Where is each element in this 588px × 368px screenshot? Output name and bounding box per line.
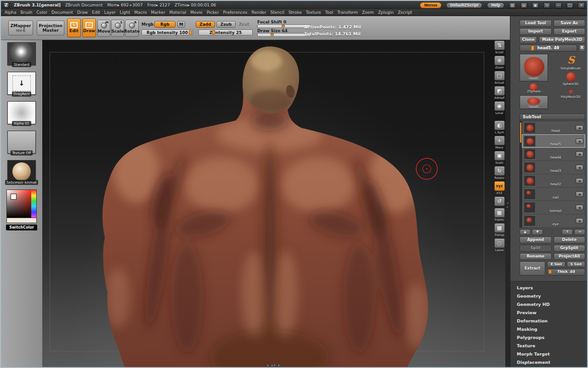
help-button[interactable]: Help xyxy=(487,2,504,8)
menu-item-stencil[interactable]: Stencil xyxy=(271,10,284,15)
scale-nav-button[interactable]: ▣ Scale xyxy=(494,151,505,165)
rgb-intensity-nub[interactable] xyxy=(189,30,192,34)
clone-button[interactable]: Clone xyxy=(520,36,537,43)
menu-item-draw[interactable]: Draw xyxy=(77,10,88,15)
projection-master-button[interactable]: Projection Master xyxy=(37,21,64,35)
default-zscript-button[interactable]: DefaultZScript xyxy=(446,2,483,8)
export-button[interactable]: Export xyxy=(554,28,586,35)
scroll-button[interactable]: ⇅ Scroll xyxy=(494,40,505,54)
secondary-color-bar[interactable] xyxy=(6,218,37,223)
switch-color-button[interactable]: SwitchColor xyxy=(6,224,37,230)
visibility-eye-icon[interactable] xyxy=(576,205,583,210)
z-intensity-slider[interactable]: Z Intensity 25 xyxy=(198,29,253,35)
section-masking[interactable]: Masking xyxy=(517,327,588,335)
menu-item-zoom[interactable]: Zoom xyxy=(362,10,374,15)
rename-button[interactable]: Rename xyxy=(520,253,552,260)
visibility-eye-icon[interactable] xyxy=(576,151,583,157)
grpsplit-button[interactable]: GrpSplit xyxy=(554,245,586,252)
menu-item-marker[interactable]: Marker xyxy=(151,10,165,15)
draw-size-slider[interactable] xyxy=(257,33,311,37)
menu-item-preferences[interactable]: Preferences xyxy=(223,10,248,15)
subtool-down-button[interactable]: ▼ xyxy=(532,229,543,235)
load-tool-button[interactable]: Load Tool xyxy=(520,20,552,27)
visibility-eye-icon[interactable] xyxy=(576,218,583,224)
zoom-button[interactable]: ⊕ Zoom xyxy=(494,56,505,69)
draw-size-nub[interactable] xyxy=(271,34,274,36)
panels-icon[interactable]: ▤ xyxy=(520,2,527,8)
tool-slider-nub[interactable] xyxy=(531,46,534,51)
focal-shift-nub[interactable] xyxy=(282,25,285,27)
divider-left-arrow-icon[interactable]: ◂ xyxy=(507,201,508,204)
polymesh3d-button[interactable]: ★ xyxy=(567,87,574,96)
color-selector[interactable]: SwitchColor xyxy=(6,190,37,230)
zcut-button[interactable]: Zcut xyxy=(239,22,249,27)
section-geometry-hd[interactable]: Geometry HD xyxy=(517,302,588,310)
menu-item-render[interactable]: Render xyxy=(252,10,266,15)
import-button[interactable]: Import xyxy=(520,28,552,35)
zsub-button[interactable]: Zsub xyxy=(216,21,236,28)
split-button[interactable]: Split xyxy=(520,245,552,252)
move-button[interactable]: M Move xyxy=(97,20,110,37)
visibility-eye-icon[interactable] xyxy=(576,138,583,144)
mrgb-button[interactable]: Mrgb xyxy=(141,22,153,27)
actual-button[interactable]: □ Actual xyxy=(494,71,505,85)
menu-item-picker[interactable]: Picker xyxy=(207,10,219,15)
subtool-item-head2[interactable]: head2 xyxy=(522,174,585,188)
menu-item-document[interactable]: Document xyxy=(51,10,73,15)
alpha-selector[interactable]: Alpha 01 xyxy=(7,101,36,126)
menu-item-material[interactable]: Material xyxy=(170,10,187,15)
material-selector[interactable]: Sebcesoir kinmat xyxy=(5,160,39,185)
rgb-intensity-slider[interactable]: Rgb Intensity 100 xyxy=(141,29,193,35)
subtool-scroll-thumb[interactable] xyxy=(520,122,521,143)
close-button[interactable]: × xyxy=(578,2,585,8)
section-displacement[interactable]: Displacement xyxy=(517,360,588,368)
section-geometry[interactable]: Geometry xyxy=(517,293,588,302)
move-nav-button[interactable]: + Move xyxy=(494,136,505,150)
menu-item-tool[interactable]: Tool xyxy=(325,10,333,15)
subtool-item-head4[interactable]: head4 xyxy=(522,148,585,161)
menu-item-edit[interactable]: Edit xyxy=(92,10,100,15)
texture-selector[interactable]: Texture Off xyxy=(7,131,36,155)
menu-item-alpha[interactable]: Alpha xyxy=(5,10,17,15)
draw-button[interactable]: ∷ Draw xyxy=(82,18,96,37)
hue-strip[interactable] xyxy=(31,190,36,218)
make-polymesh3d-button[interactable]: Make PolyMesh3D xyxy=(539,36,585,43)
spin-button[interactable]: ↺ xyxy=(494,196,505,207)
menu-item-zscript[interactable]: Zscript xyxy=(398,10,412,15)
lasso-button[interactable]: ◌ Lasso xyxy=(494,238,505,252)
m-button[interactable]: M xyxy=(177,21,185,28)
section-polygroups[interactable]: Polygroups xyxy=(517,335,588,343)
thick-nub[interactable] xyxy=(548,270,552,274)
minimize-button[interactable]: − xyxy=(555,2,562,8)
menu-item-stroke[interactable]: Stroke xyxy=(288,10,302,15)
menu-item-movie[interactable]: Movie xyxy=(190,10,203,15)
aahalf-button[interactable]: ◩ AAHalf xyxy=(494,86,505,100)
s-smt-button[interactable]: S Smt xyxy=(567,261,585,267)
projectall-button[interactable]: ProjectAll xyxy=(554,253,586,260)
lsym-button[interactable]: ◐ L.Sym xyxy=(494,121,505,134)
subtool-top-button[interactable]: ⇑ xyxy=(562,229,573,235)
r-button[interactable]: R xyxy=(579,45,585,52)
section-texture[interactable]: Texture xyxy=(517,343,588,351)
append-button[interactable]: Append xyxy=(520,236,552,243)
menu-item-texture[interactable]: Texture xyxy=(306,10,321,15)
menu-item-zplugin[interactable]: Zplugin xyxy=(378,10,394,15)
sphere3d-button[interactable] xyxy=(566,72,576,81)
visibility-eye-icon[interactable] xyxy=(576,125,583,131)
sculpt-canvas[interactable]: ◂ ▴▾ ▸ xyxy=(42,40,505,368)
divider-right-arrow-icon[interactable]: ▸ xyxy=(507,205,508,208)
subtool-up-button[interactable]: ▲ xyxy=(520,229,531,235)
local-button[interactable]: ◉ Local xyxy=(494,101,505,115)
frame-button[interactable]: ▦ Frame xyxy=(494,208,505,222)
subtool-item-head3[interactable]: head3 xyxy=(522,161,585,174)
section-morph-target[interactable]: Morph Target xyxy=(517,351,588,360)
edit-button[interactable]: ✎ Edit xyxy=(67,18,81,37)
subtool-item-toenail[interactable]: toenail xyxy=(522,201,585,214)
thick-slider[interactable]: Thick .03 xyxy=(547,269,585,276)
subtool-item-head5[interactable]: head5 xyxy=(522,134,585,148)
lock-icon[interactable]: ⊡ xyxy=(543,2,550,8)
xyz-button[interactable]: xyz XYZ xyxy=(494,181,505,195)
simplebrush-button[interactable]: S xyxy=(567,54,575,66)
e-smt-button[interactable]: E Smt xyxy=(547,261,565,267)
menu-item-transform[interactable]: Transform xyxy=(337,10,358,15)
